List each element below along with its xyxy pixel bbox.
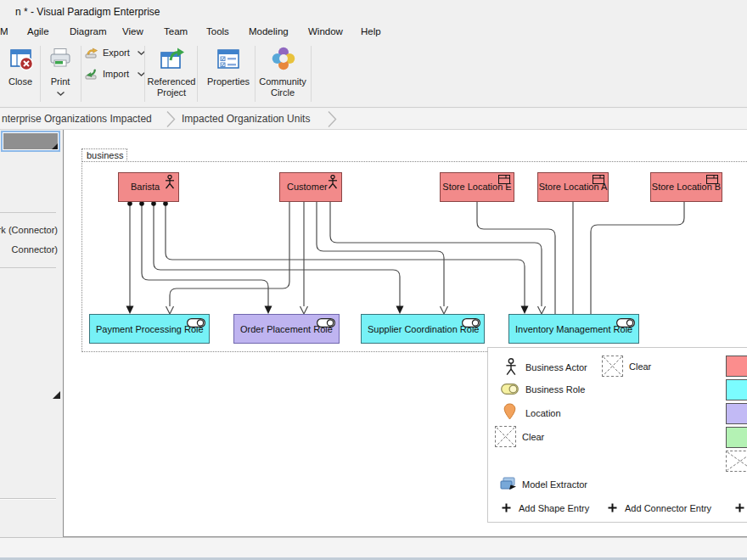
menu-item-diagram[interactable]: Diagram: [70, 26, 106, 36]
menu-item-m[interactable]: M: [0, 26, 8, 36]
toolbar: Close Print Export: [0, 42, 747, 108]
breadcrumb: nterprise Organizations Impacted Impacte…: [0, 109, 747, 130]
properties-button[interactable]: Properties: [202, 42, 255, 107]
referenced-project-label-1: Referenced: [146, 76, 197, 87]
breadcrumb-chevron-icon: [328, 111, 337, 127]
menu-item-team[interactable]: Team: [164, 26, 188, 36]
close-window-icon: [8, 48, 34, 71]
export-import-group: Export Import: [81, 42, 144, 107]
import-button[interactable]: Import: [85, 67, 144, 82]
menu-item-tools[interactable]: Tools: [206, 26, 229, 36]
color-swatch-clear[interactable]: [726, 451, 747, 472]
organization-unit-icon: [498, 175, 510, 184]
menu-item-agile[interactable]: Agile: [27, 26, 49, 36]
model-extractor-button[interactable]: Model Extractor: [498, 475, 609, 494]
node-barista[interactable]: Barista: [118, 172, 179, 202]
model-extractor-label: Model Extractor: [522, 479, 587, 490]
legend-entry-shape-clear[interactable]: Clear: [495, 426, 588, 450]
clear-icon: [727, 451, 747, 471]
connector[interactable]: [591, 202, 684, 314]
node-payment-processing-role[interactable]: Payment Processing Role: [89, 314, 210, 344]
legend-entry-connector-clear[interactable]: Clear: [602, 356, 678, 379]
node-store-location-b[interactable]: Store Location B: [650, 172, 722, 202]
add-more-entry-button[interactable]: [735, 501, 747, 518]
connector[interactable]: [166, 204, 525, 306]
toolbar-separator: [311, 46, 312, 102]
business-actor-icon: [328, 175, 338, 189]
sidebar-selected-preview[interactable]: [1, 131, 60, 152]
business-role-icon: [616, 318, 635, 328]
plus-icon: [502, 503, 511, 512]
color-swatch-cyan[interactable]: [726, 379, 747, 400]
toolbar-separator: [255, 46, 256, 102]
legend-entry-business-actor[interactable]: Business Actor: [500, 356, 593, 379]
legend-label: Location: [525, 408, 561, 418]
connector[interactable]: [154, 204, 400, 306]
menu-item-modeling[interactable]: Modeling: [249, 26, 289, 36]
diagram-canvas[interactable]: business: [63, 130, 747, 537]
sidebar-divider: [0, 212, 56, 213]
menu-item-view[interactable]: View: [122, 26, 143, 36]
color-swatch-green[interactable]: [726, 427, 747, 448]
organization-unit-icon: [593, 175, 604, 184]
menu-item-window[interactable]: Window: [308, 26, 343, 36]
legend-popup: Business Actor Business Role Location Cl: [487, 347, 747, 523]
connector[interactable]: [142, 204, 268, 306]
preview-fill: [3, 133, 58, 149]
location-icon: [503, 403, 516, 420]
business-role-icon: [462, 318, 480, 328]
legend-entry-business-role[interactable]: Business Role: [500, 378, 593, 400]
add-connector-entry-button[interactable]: Add Connector Entry: [608, 501, 727, 518]
menu-item-help[interactable]: Help: [361, 26, 381, 36]
referenced-project-label-2: Project: [146, 87, 197, 98]
business-actor-icon: [165, 175, 175, 189]
toolbar-separator: [197, 46, 198, 102]
business-role-icon: [501, 384, 519, 395]
node-customer[interactable]: Customer: [279, 172, 342, 202]
color-swatch-red[interactable]: [726, 356, 747, 377]
properties-label: Properties: [202, 76, 255, 87]
legend-label: Clear: [629, 361, 651, 372]
sidebar-item-connector-1[interactable]: ork (Connector): [0, 225, 58, 235]
business-actor-icon: [505, 358, 517, 376]
node-label: Inventory Management Role: [515, 324, 632, 334]
properties-icon: [216, 48, 240, 70]
node-inventory-management-role[interactable]: Inventory Management Role: [508, 314, 639, 344]
community-circle-icon: [271, 46, 296, 71]
connector[interactable]: [317, 202, 444, 306]
legend-entry-location[interactable]: Location: [500, 400, 593, 424]
community-circle-button[interactable]: Community Circle: [256, 42, 309, 107]
sidebar-item-connector-2[interactable]: Connector): [12, 244, 58, 255]
business-role-icon: [187, 318, 205, 328]
export-button[interactable]: Export: [85, 46, 144, 61]
connector[interactable]: [477, 202, 555, 314]
clear-icon: [495, 426, 516, 447]
add-shape-entry-button[interactable]: Add Shape Entry: [502, 501, 604, 518]
breadcrumb-item-current[interactable]: Impacted Organization Units: [182, 113, 310, 125]
referenced-project-button[interactable]: Referenced Project: [146, 42, 197, 107]
window-title: n * - Visual Paradigm Enterprise: [15, 6, 160, 18]
toolbar-separator: [144, 46, 145, 102]
status-bar: [0, 537, 747, 560]
connector[interactable]: [170, 202, 289, 306]
connector[interactable]: [330, 202, 542, 306]
referenced-project-icon: [159, 46, 186, 71]
node-order-placement-role[interactable]: Order Placement Role: [233, 314, 340, 344]
community-circle-label-2: Circle: [256, 87, 309, 98]
close-button[interactable]: Close: [2, 42, 39, 107]
print-button[interactable]: Print: [41, 42, 80, 107]
breadcrumb-item-parent[interactable]: nterprise Organizations Impacted: [2, 113, 152, 125]
collapse-handle-icon[interactable]: [53, 391, 60, 399]
community-circle-label-1: Community: [256, 76, 309, 87]
organization-unit-icon: [706, 175, 718, 184]
node-supplier-coordination-role[interactable]: Supplier Coordination Role: [361, 314, 485, 344]
print-icon: [48, 48, 72, 70]
sidebar-divider: [0, 267, 56, 268]
color-swatch-lavender[interactable]: [726, 403, 747, 424]
legend-label: Clear: [522, 432, 544, 442]
export-label: Export: [103, 48, 130, 58]
node-store-location-a[interactable]: Store Location A: [537, 172, 609, 202]
add-connector-entry-label: Add Connector Entry: [625, 503, 711, 513]
print-label: Print: [41, 76, 80, 87]
node-store-location-e[interactable]: Store Location E: [440, 172, 514, 202]
